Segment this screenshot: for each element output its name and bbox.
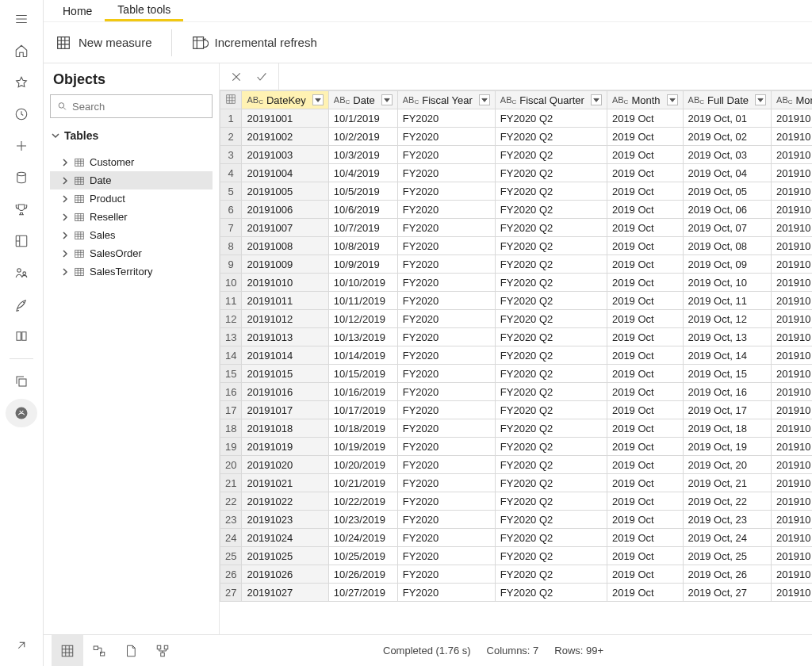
cell[interactable]: FY2020 Q2 xyxy=(495,401,607,419)
cell[interactable]: 20191017 xyxy=(242,401,328,419)
cell[interactable]: FY2020 Q2 xyxy=(495,237,607,255)
cell[interactable]: 2019 Oct, 03 xyxy=(683,146,772,164)
cell[interactable]: 2019 Oct xyxy=(607,274,683,292)
cell[interactable]: FY2020 Q2 xyxy=(495,438,607,456)
row-number[interactable]: 26 xyxy=(220,565,242,584)
table-item-salesorder[interactable]: SalesOrder xyxy=(50,244,213,262)
row-number[interactable]: 3 xyxy=(220,146,242,164)
cell[interactable]: 2019 Oct, 15 xyxy=(683,365,772,383)
column-header-full-date[interactable]: ABCFull Date xyxy=(683,91,772,109)
row-number[interactable]: 2 xyxy=(220,128,242,146)
cell[interactable]: FY2020 Q2 xyxy=(495,255,607,274)
table-item-date[interactable]: Date xyxy=(50,171,213,189)
cell[interactable]: 2019 Oct xyxy=(607,438,683,456)
cell[interactable]: 2019 Oct, 18 xyxy=(683,419,772,438)
cell[interactable]: 10/23/2019 xyxy=(328,511,397,529)
hamburger-icon[interactable] xyxy=(6,5,37,33)
cell[interactable]: 20191026 xyxy=(242,565,328,584)
row-number[interactable]: 16 xyxy=(220,383,242,401)
cell[interactable]: 2019 Oct, 26 xyxy=(683,565,772,584)
cell[interactable]: FY2020 Q2 xyxy=(495,547,607,565)
cell[interactable]: 2019 Oct, 23 xyxy=(683,511,772,529)
cell[interactable]: 2019 Oct, 05 xyxy=(683,182,772,201)
cell[interactable]: FY2020 Q2 xyxy=(495,201,607,219)
cell[interactable]: 2019 Oct xyxy=(607,109,683,128)
cell[interactable]: 20191019 xyxy=(242,438,328,456)
cell[interactable]: FY2020 Q2 xyxy=(495,310,607,328)
search-input[interactable] xyxy=(72,101,205,113)
search-box[interactable] xyxy=(50,94,213,118)
table-row[interactable]: 72019100710/7/2019FY2020FY2020 Q22019 Oc… xyxy=(220,219,813,237)
cell[interactable]: FY2020 xyxy=(397,109,495,128)
cell[interactable]: 10/26/2019 xyxy=(328,565,397,584)
commit-formula-button[interactable] xyxy=(253,68,270,86)
cell[interactable]: 2019 Oct xyxy=(607,164,683,182)
cell[interactable]: FY2020 xyxy=(397,328,495,346)
cell[interactable]: 2019 Oct xyxy=(607,128,683,146)
cell[interactable]: 10/13/2019 xyxy=(328,328,397,346)
cell[interactable]: FY2020 xyxy=(397,511,495,529)
table-row[interactable]: 182019101810/18/2019FY2020FY2020 Q22019 … xyxy=(220,419,813,438)
cell[interactable]: 201910 xyxy=(772,492,812,511)
cell[interactable]: FY2020 xyxy=(397,383,495,401)
table-row[interactable]: 172019101710/17/2019FY2020FY2020 Q22019 … xyxy=(220,401,813,419)
people-icon[interactable] xyxy=(6,258,37,287)
cell[interactable]: 201910 xyxy=(772,255,812,274)
table-row[interactable]: 212019102110/21/2019FY2020FY2020 Q22019 … xyxy=(220,474,813,492)
cell[interactable]: 201910 xyxy=(772,146,812,164)
table-row[interactable]: 222019102210/22/2019FY2020FY2020 Q22019 … xyxy=(220,492,813,511)
cell[interactable]: 2019 Oct, 04 xyxy=(683,164,772,182)
cell[interactable]: 2019 Oct xyxy=(607,547,683,565)
cell[interactable]: FY2020 xyxy=(397,237,495,255)
cell[interactable]: 201910 xyxy=(772,529,812,547)
table-row[interactable]: 162019101610/16/2019FY2020FY2020 Q22019 … xyxy=(220,383,813,401)
cell[interactable]: 10/9/2019 xyxy=(328,255,397,274)
cell[interactable]: 2019 Oct xyxy=(607,328,683,346)
cell[interactable]: 2019 Oct xyxy=(607,346,683,365)
cell[interactable]: FY2020 xyxy=(397,474,495,492)
cell[interactable]: 20191015 xyxy=(242,365,328,383)
cell[interactable]: 20191004 xyxy=(242,164,328,182)
cell[interactable]: 10/18/2019 xyxy=(328,419,397,438)
cell[interactable]: FY2020 xyxy=(397,310,495,328)
formula-input[interactable] xyxy=(278,63,812,90)
cell[interactable]: 10/27/2019 xyxy=(328,584,397,602)
cell[interactable]: 2019 Oct, 21 xyxy=(683,474,772,492)
cell[interactable]: 2019 Oct, 13 xyxy=(683,328,772,346)
table-row[interactable]: 252019102510/25/2019FY2020FY2020 Q22019 … xyxy=(220,547,813,565)
table-row[interactable]: 112019101110/11/2019FY2020FY2020 Q22019 … xyxy=(220,292,813,310)
row-number[interactable]: 11 xyxy=(220,292,242,310)
cell[interactable]: 10/15/2019 xyxy=(328,365,397,383)
cell[interactable]: 2019 Oct xyxy=(607,474,683,492)
cell[interactable]: 2019 Oct, 10 xyxy=(683,274,772,292)
cell[interactable]: 2019 Oct xyxy=(607,383,683,401)
cell[interactable]: 20191023 xyxy=(242,511,328,529)
column-filter-dropdown[interactable] xyxy=(381,94,393,105)
cell[interactable]: 10/22/2019 xyxy=(328,492,397,511)
cell[interactable]: 2019 Oct xyxy=(607,292,683,310)
cell[interactable]: 20191025 xyxy=(242,547,328,565)
board-icon[interactable] xyxy=(6,227,37,255)
cell[interactable]: FY2020 xyxy=(397,401,495,419)
cell[interactable]: FY2020 xyxy=(397,456,495,474)
cell[interactable]: FY2020 Q2 xyxy=(495,109,607,128)
cell[interactable]: 2019 Oct xyxy=(607,584,683,602)
cell[interactable]: FY2020 xyxy=(397,346,495,365)
cell[interactable]: 10/5/2019 xyxy=(328,182,397,201)
model-view-button[interactable] xyxy=(147,635,178,667)
cell[interactable]: 2019 Oct, 16 xyxy=(683,383,772,401)
table-row[interactable]: 202019102010/20/2019FY2020FY2020 Q22019 … xyxy=(220,456,813,474)
cell[interactable]: FY2020 xyxy=(397,565,495,584)
cell[interactable]: 201910 xyxy=(772,346,812,365)
grid-view-button[interactable] xyxy=(52,635,83,667)
cell[interactable]: 2019 Oct, 02 xyxy=(683,128,772,146)
cell[interactable]: FY2020 xyxy=(397,584,495,602)
tab-home[interactable]: Home xyxy=(50,2,105,21)
row-number[interactable]: 5 xyxy=(220,182,242,201)
cell[interactable]: FY2020 xyxy=(397,219,495,237)
cell[interactable]: 20191001 xyxy=(242,109,328,128)
cell[interactable]: FY2020 Q2 xyxy=(495,292,607,310)
table-row[interactable]: 92019100910/9/2019FY2020FY2020 Q22019 Oc… xyxy=(220,255,813,274)
table-row[interactable]: 242019102410/24/2019FY2020FY2020 Q22019 … xyxy=(220,529,813,547)
cell[interactable]: FY2020 xyxy=(397,201,495,219)
